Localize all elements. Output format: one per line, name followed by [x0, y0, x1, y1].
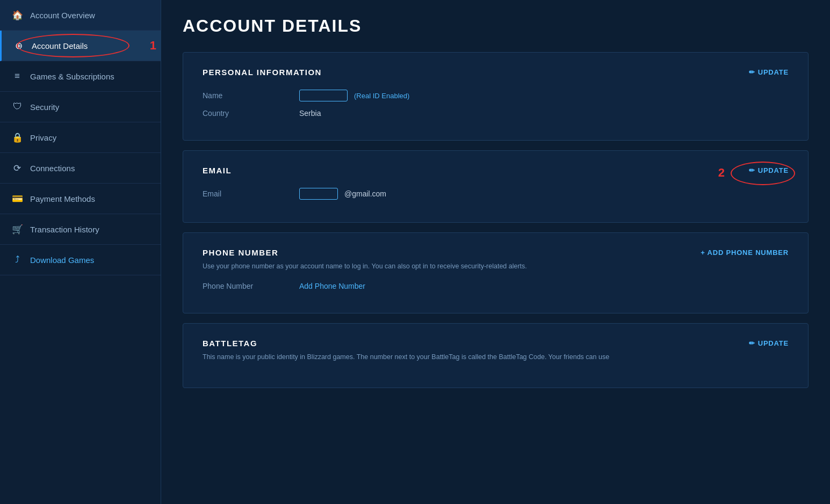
- email-section: EMAIL ✏ UPDATE 2 Email @gmail.com: [183, 150, 809, 223]
- account-details-icon: ⊕: [13, 40, 24, 51]
- credit-card-icon: 💳: [12, 193, 23, 204]
- name-masked-box: [299, 90, 348, 101]
- personal-info-title: PERSONAL INFORMATION: [203, 68, 322, 77]
- sidebar: 🏠 Account Overview ⊕ Account Details 1 ≡…: [0, 0, 161, 504]
- email-header: EMAIL ✏ UPDATE: [203, 166, 789, 175]
- email-masked-box: [299, 188, 338, 200]
- shield-icon: 🛡: [12, 101, 23, 112]
- cart-icon: 🛒: [12, 224, 23, 235]
- annotation-number-1: 1: [150, 39, 156, 53]
- name-field-row: Name (Real ID Enabled): [203, 90, 789, 101]
- sidebar-item-transaction-history[interactable]: 🛒 Transaction History: [0, 214, 161, 245]
- sidebar-item-label: Connections: [30, 164, 75, 173]
- phone-section: PHONE NUMBER + ADD PHONE NUMBER Use your…: [183, 232, 809, 313]
- email-update-button[interactable]: ✏ UPDATE: [749, 166, 789, 174]
- add-phone-number-button[interactable]: + ADD PHONE NUMBER: [701, 249, 789, 257]
- email-field-row: Email @gmail.com: [203, 188, 789, 200]
- battletag-description: This name is your public identity in Bli…: [203, 353, 789, 361]
- phone-title: PHONE NUMBER: [203, 248, 278, 257]
- lock-icon: 🔒: [12, 132, 23, 143]
- phone-header: PHONE NUMBER + ADD PHONE NUMBER: [203, 248, 789, 257]
- sidebar-item-label: Download Games: [30, 255, 94, 265]
- battletag-section: BATTLETAG ✏ UPDATE This name is your pub…: [183, 323, 809, 388]
- personal-info-section: PERSONAL INFORMATION ✏ UPDATE Name (Real…: [183, 52, 809, 141]
- phone-field-row: Phone Number Add Phone Number: [203, 282, 789, 290]
- country-label: Country: [203, 109, 299, 118]
- email-title: EMAIL: [203, 166, 232, 175]
- email-value: @gmail.com: [299, 188, 386, 200]
- sidebar-item-account-details[interactable]: ⊕ Account Details 1: [0, 31, 161, 61]
- sidebar-item-account-overview[interactable]: 🏠 Account Overview: [0, 0, 161, 31]
- pencil-icon: ✏: [749, 166, 755, 174]
- battletag-title: BATTLETAG: [203, 339, 257, 348]
- sidebar-item-download-games[interactable]: ⤴ Download Games: [0, 245, 161, 275]
- pencil-icon: ✏: [749, 68, 755, 76]
- phone-number-label: Phone Number: [203, 282, 299, 290]
- sidebar-item-label: Account Overview: [30, 11, 95, 20]
- name-label: Name: [203, 91, 299, 100]
- name-value: (Real ID Enabled): [299, 90, 409, 101]
- real-id-label: (Real ID Enabled): [354, 92, 409, 100]
- sidebar-item-privacy[interactable]: 🔒 Privacy: [0, 122, 161, 153]
- country-value: Serbia: [299, 109, 321, 118]
- games-icon: ≡: [12, 71, 23, 82]
- battletag-header: BATTLETAG ✏ UPDATE: [203, 339, 789, 348]
- sidebar-item-payment-methods[interactable]: 💳 Payment Methods: [0, 184, 161, 214]
- download-icon: ⤴: [12, 254, 23, 265]
- page-title: ACCOUNT DETAILS: [183, 16, 809, 36]
- sidebar-item-label: Account Details: [32, 41, 88, 50]
- sidebar-item-connections[interactable]: ⟳ Connections: [0, 153, 161, 184]
- personal-info-header: PERSONAL INFORMATION ✏ UPDATE: [203, 68, 789, 77]
- connections-icon: ⟳: [12, 163, 23, 173]
- sidebar-item-label: Games & Subscriptions: [30, 72, 114, 81]
- sidebar-item-security[interactable]: 🛡 Security: [0, 92, 161, 122]
- main-content: ACCOUNT DETAILS PERSONAL INFORMATION ✏ U…: [161, 0, 830, 504]
- home-icon: 🏠: [12, 10, 23, 20]
- email-label: Email: [203, 189, 299, 198]
- sidebar-item-games-subscriptions[interactable]: ≡ Games & Subscriptions: [0, 61, 161, 92]
- sidebar-item-label: Transaction History: [30, 225, 99, 234]
- sidebar-item-label: Security: [30, 103, 59, 112]
- add-phone-link[interactable]: Add Phone Number: [299, 282, 365, 290]
- sidebar-item-label: Privacy: [30, 133, 56, 142]
- sidebar-item-label: Payment Methods: [30, 194, 95, 203]
- country-field-row: Country Serbia: [203, 109, 789, 118]
- battletag-update-button[interactable]: ✏ UPDATE: [749, 339, 789, 347]
- phone-description: Use your phone number as your account na…: [203, 262, 789, 270]
- pencil-icon: ✏: [749, 339, 755, 347]
- phone-number-value: Add Phone Number: [299, 282, 365, 290]
- personal-info-update-button[interactable]: ✏ UPDATE: [749, 68, 789, 76]
